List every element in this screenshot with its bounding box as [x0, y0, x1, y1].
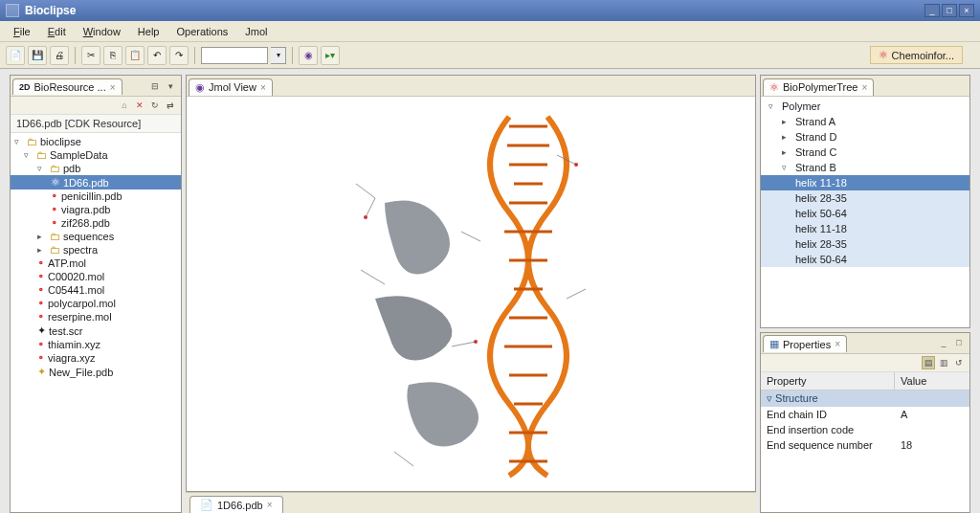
- editor-tab-label: 1D66.pdb: [217, 500, 263, 511]
- bp-strand-a[interactable]: ▸Strand A: [761, 114, 969, 129]
- undo-button[interactable]: ↶: [147, 46, 167, 65]
- tree-file-1d66[interactable]: ⚛1D66.pdb: [11, 175, 181, 190]
- jmol-canvas[interactable]: [187, 97, 755, 491]
- maximize-view-icon[interactable]: □: [952, 336, 966, 349]
- molecule-icon: ⚬: [37, 353, 45, 363]
- folder-icon: 🗀: [50, 163, 60, 174]
- properties-tab[interactable]: ▦ Properties ×: [763, 335, 847, 352]
- jmol-icon-button[interactable]: ◉: [299, 46, 318, 65]
- col-property[interactable]: Property: [761, 372, 895, 390]
- delete-icon[interactable]: ✕: [133, 99, 146, 112]
- prop-row[interactable]: End sequence number18: [761, 437, 969, 453]
- menu-jmol[interactable]: Jmol: [237, 24, 275, 39]
- maximize-button[interactable]: □: [942, 4, 957, 17]
- close-tab-icon[interactable]: ×: [110, 82, 116, 93]
- prop-row[interactable]: End insertion code: [761, 422, 969, 437]
- col-value[interactable]: Value: [895, 372, 932, 390]
- bioresource-tab[interactable]: 2D BioResource ... ×: [12, 78, 122, 95]
- tree-file-c00020[interactable]: ⚬C00020.mol: [11, 270, 181, 283]
- editor-tab-1d66[interactable]: 📄 1D66.pdb ×: [189, 496, 283, 513]
- biopolymer-view: ⚛ BioPolymerTree × ▿Polymer ▸Strand A ▸S…: [760, 75, 970, 328]
- bp-helix-2[interactable]: helix 28-35: [761, 190, 969, 206]
- print-button[interactable]: 🖨: [50, 46, 69, 65]
- toolbar-sep2: [194, 47, 195, 64]
- refresh-icon[interactable]: ↻: [148, 99, 162, 112]
- minimize-view-icon[interactable]: _: [937, 336, 950, 349]
- menu-operations[interactable]: Operations: [168, 24, 235, 39]
- bp-helix-1[interactable]: helix 11-18: [761, 175, 969, 190]
- app-icon: [6, 4, 19, 17]
- search-input[interactable]: [201, 47, 268, 64]
- biopolymer-tab[interactable]: ⚛ BioPolymerTree ×: [763, 78, 874, 96]
- collapse-all-button[interactable]: ⊟: [148, 79, 162, 93]
- bp-helix-5[interactable]: helix 28-35: [761, 236, 969, 252]
- svg-line-21: [567, 289, 586, 299]
- perspective-button[interactable]: ⚛ Chemoinfor...: [870, 46, 963, 64]
- bp-strand-d[interactable]: ▸Strand D: [761, 129, 969, 145]
- tree-spectra-folder[interactable]: ▸🗀spectra: [11, 243, 181, 256]
- tree-sampledata[interactable]: ▿🗀SampleData: [11, 148, 181, 162]
- menu-window[interactable]: Window: [76, 24, 128, 39]
- categories-icon[interactable]: ▤: [922, 356, 935, 369]
- menu-file[interactable]: File: [6, 24, 38, 39]
- save-button[interactable]: 💾: [28, 46, 47, 65]
- close-tab-icon[interactable]: ×: [861, 82, 867, 93]
- bp-helix-6[interactable]: helix 50-64: [761, 252, 969, 267]
- arrow-icon: ▸: [782, 147, 791, 157]
- minimize-button[interactable]: _: [924, 4, 940, 17]
- close-tab-icon[interactable]: ×: [260, 82, 266, 93]
- jmol-view: ◉ Jmol View ×: [186, 75, 756, 492]
- filter-icon[interactable]: ▥: [937, 356, 950, 369]
- bp-strand-c[interactable]: ▸Strand C: [761, 145, 969, 160]
- tree-root[interactable]: ▿🗀bioclipse: [11, 135, 181, 148]
- home-icon[interactable]: ⌂: [118, 99, 131, 112]
- tree-file-testscr[interactable]: ✦test.scr: [11, 323, 181, 338]
- bp-helix-4[interactable]: helix 11-18: [761, 221, 969, 236]
- restore-icon[interactable]: ↺: [952, 356, 966, 369]
- titlebar: Bioclipse _ □ ×: [0, 0, 980, 21]
- tree-file-penicillin[interactable]: ⚬penicillin.pdb: [11, 190, 181, 203]
- view-menu-button[interactable]: ▾: [164, 79, 177, 93]
- menu-edit[interactable]: Edit: [40, 24, 74, 39]
- paste-button[interactable]: 📋: [125, 46, 145, 65]
- molecule-icon: ⚬: [51, 218, 58, 228]
- dna-structure-render: [318, 107, 624, 480]
- close-tab-icon[interactable]: ×: [835, 339, 840, 349]
- tree-file-new[interactable]: ✦New_File.pdb: [11, 365, 181, 379]
- toolbar: 📄 💾 🖨 ✂ ⎘ 📋 ↶ ↷ ▾ ◉ ▸▾: [0, 42, 980, 69]
- tree-file-zif268[interactable]: ⚬zif268.pdb: [11, 216, 181, 230]
- workspace: 2D BioResource ... × ⊟ ▾ ⌂ ✕ ↻ ⇄ 1D66.pd…: [10, 75, 970, 513]
- tree-file-c05441[interactable]: ⚬C05441.mol: [11, 283, 181, 297]
- jmol-tab[interactable]: ◉ Jmol View ×: [189, 78, 273, 96]
- tree-file-atp[interactable]: ⚬ATP.mol: [11, 256, 181, 270]
- bp-helix-3[interactable]: helix 50-64: [761, 206, 969, 221]
- prop-row[interactable]: End chain IDA: [761, 407, 969, 422]
- close-tab-icon[interactable]: ×: [267, 500, 273, 510]
- close-button[interactable]: ×: [959, 4, 974, 17]
- tree-file-polycarpol[interactable]: ⚬polycarpol.mol: [11, 297, 181, 310]
- link-icon[interactable]: ⇄: [164, 99, 177, 112]
- tree-file-viagra-pdb[interactable]: ⚬viagra.pdb: [11, 203, 181, 216]
- properties-table: Property Value ▿ Structure End chain IDA…: [761, 372, 969, 513]
- new-button[interactable]: 📄: [6, 46, 25, 65]
- polymer-icon: ⚛: [769, 81, 779, 94]
- search-dropdown[interactable]: ▾: [271, 47, 286, 64]
- tree-file-viagra-xyz[interactable]: ⚬viagra.xyz: [11, 351, 181, 365]
- menu-help[interactable]: Help: [130, 24, 167, 39]
- toolbar-sep: [75, 47, 76, 64]
- prop-category[interactable]: ▿ Structure: [761, 390, 969, 407]
- tab-icon-2d: 2D: [19, 82, 31, 92]
- tree-file-reserpine[interactable]: ⚬reserpine.mol: [11, 310, 181, 323]
- molecule-icon: ⚬: [51, 205, 58, 214]
- perspective-label: Chemoinfor...: [892, 50, 954, 61]
- tree-pdb-folder[interactable]: ▿🗀pdb: [11, 162, 181, 175]
- run-button[interactable]: ▸▾: [321, 46, 340, 65]
- bp-polymer-node[interactable]: ▿Polymer: [761, 99, 969, 114]
- svg-line-15: [366, 198, 375, 217]
- redo-button[interactable]: ↷: [169, 46, 189, 65]
- copy-button[interactable]: ⎘: [103, 46, 122, 65]
- tree-sequences-folder[interactable]: ▸🗀sequences: [11, 230, 181, 243]
- tree-file-thiamin[interactable]: ⚬thiamin.xyz: [11, 338, 181, 351]
- bp-strand-b[interactable]: ▿Strand B: [761, 160, 969, 175]
- cut-button[interactable]: ✂: [81, 46, 100, 65]
